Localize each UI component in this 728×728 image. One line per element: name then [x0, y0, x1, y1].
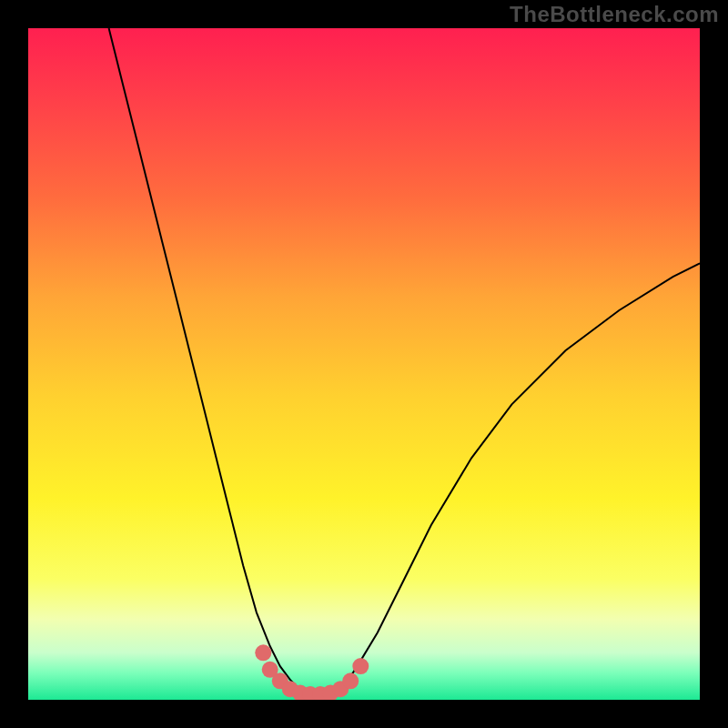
right-curve — [330, 263, 700, 696]
chart-container: TheBottleneck.com — [0, 0, 728, 728]
dots-group — [255, 644, 369, 700]
data-dot — [255, 644, 271, 661]
curve-svg — [28, 28, 700, 700]
data-dot — [352, 658, 369, 674]
data-dot — [342, 672, 359, 689]
plot-area — [28, 28, 700, 700]
watermark-text: TheBottleneck.com — [510, 2, 719, 27]
left-curve — [109, 28, 310, 696]
